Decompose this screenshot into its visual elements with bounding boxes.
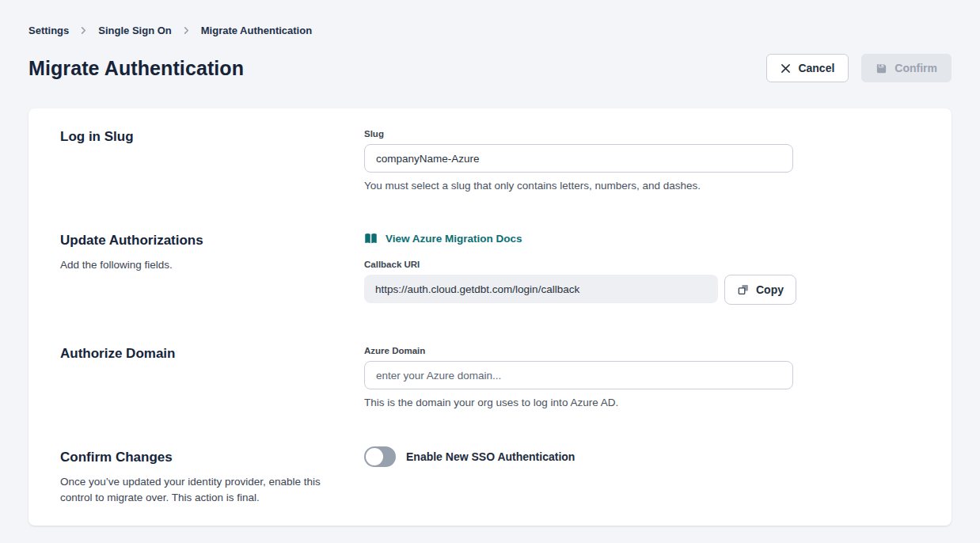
page-title: Migrate Authentication bbox=[28, 57, 244, 80]
section-confirm-changes: Confirm Changes Once you’ve updated your… bbox=[60, 450, 920, 506]
azure-domain-label: Azure Domain bbox=[364, 346, 920, 355]
section-update-authorizations: Update Authorizations Add the following … bbox=[60, 233, 920, 305]
breadcrumb-settings[interactable]: Settings bbox=[28, 25, 69, 36]
sso-toggle-row: Enable New SSO Authentication bbox=[364, 446, 920, 467]
confirm-button[interactable]: Confirm bbox=[861, 54, 952, 82]
section-heading-login-slug: Log in Slug bbox=[60, 129, 364, 145]
section-heading-confirm-changes: Confirm Changes bbox=[60, 450, 364, 465]
slug-helper-text: You must select a slug that only contain… bbox=[364, 180, 920, 192]
cancel-button[interactable]: Cancel bbox=[766, 54, 849, 82]
callback-uri-label: Callback URI bbox=[364, 260, 920, 269]
settings-card: Log in Slug Slug You must select a slug … bbox=[28, 108, 952, 526]
open-book-icon bbox=[364, 233, 378, 245]
section-heading-authorize-domain: Authorize Domain bbox=[60, 346, 364, 362]
section-login-slug: Log in Slug Slug You must select a slug … bbox=[60, 129, 920, 192]
section-authorize-domain: Authorize Domain Azure Domain This is th… bbox=[60, 346, 920, 408]
azure-migration-docs-link[interactable]: View Azure Migration Docs bbox=[364, 233, 522, 245]
save-icon bbox=[876, 63, 887, 74]
enable-sso-toggle-label: Enable New SSO Authentication bbox=[406, 450, 575, 463]
toggle-knob bbox=[366, 448, 383, 465]
cancel-button-label: Cancel bbox=[798, 62, 834, 74]
migrate-authentication-page: Settings Single Sign On Migrate Authenti… bbox=[0, 0, 980, 526]
close-icon bbox=[781, 63, 791, 74]
azure-migration-docs-link-label: View Azure Migration Docs bbox=[386, 233, 522, 245]
section-desc-update-authorizations: Add the following fields. bbox=[60, 257, 323, 273]
callback-uri-row: Copy bbox=[364, 275, 920, 305]
breadcrumb-migrate-authentication: Migrate Authentication bbox=[201, 25, 312, 36]
header-actions: Cancel Confirm bbox=[766, 54, 952, 82]
section-heading-update-authorizations: Update Authorizations bbox=[60, 233, 364, 249]
breadcrumb: Settings Single Sign On Migrate Authenti… bbox=[28, 0, 952, 36]
breadcrumb-single-sign-on[interactable]: Single Sign On bbox=[98, 25, 171, 36]
copy-icon bbox=[737, 283, 750, 296]
section-desc-confirm-changes: Once you’ve updated your identity provid… bbox=[60, 474, 323, 506]
chevron-right-icon bbox=[79, 26, 88, 35]
enable-sso-toggle[interactable] bbox=[364, 446, 396, 467]
slug-input[interactable] bbox=[364, 144, 793, 173]
callback-uri-value bbox=[364, 275, 718, 303]
azure-domain-helper-text: This is the domain your org uses to log … bbox=[364, 397, 920, 408]
slug-field-label: Slug bbox=[364, 129, 920, 139]
page-header: Migrate Authentication Cancel Confirm bbox=[28, 54, 952, 82]
confirm-button-label: Confirm bbox=[895, 62, 937, 74]
copy-button[interactable]: Copy bbox=[724, 275, 796, 305]
azure-domain-input[interactable] bbox=[364, 361, 793, 389]
chevron-right-icon bbox=[182, 26, 191, 35]
copy-button-label: Copy bbox=[756, 283, 784, 296]
